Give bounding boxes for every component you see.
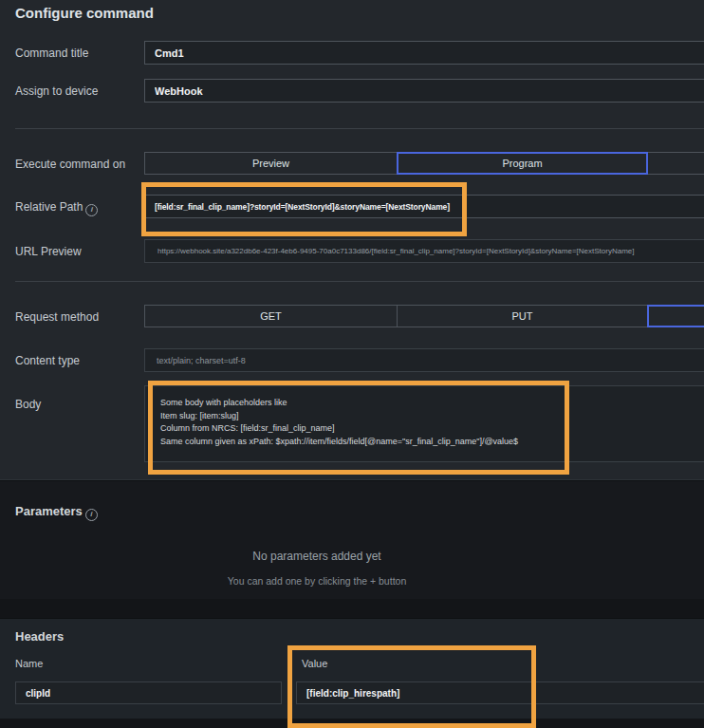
header-name-column-label: Name xyxy=(15,658,43,669)
configure-command-panel: Configure command Command title Assign t… xyxy=(0,0,704,728)
execute-on-label: Execute command on xyxy=(15,158,125,171)
info-icon: i xyxy=(85,509,98,521)
execute-on-option-program[interactable]: Program xyxy=(397,152,648,175)
parameters-empty-hint: You can add one by clicking the + button xyxy=(0,575,634,587)
info-icon: i xyxy=(85,204,98,216)
request-method-option-get[interactable]: GET xyxy=(144,305,398,327)
url-preview-label: URL Preview xyxy=(15,245,82,258)
request-method-label: Request method xyxy=(15,310,99,324)
section-edge xyxy=(0,479,704,480)
assign-device-input[interactable] xyxy=(144,79,704,103)
request-method-segmented-control: GET PUT xyxy=(144,305,704,327)
headers-title: Headers xyxy=(15,629,64,644)
header-value-column-label: Value xyxy=(302,658,327,669)
body-textarea[interactable]: Some body with placeholders like Item sl… xyxy=(144,385,704,462)
page-title: Configure command xyxy=(15,5,154,21)
body-label: Body xyxy=(15,398,41,411)
parameters-section: Parametersi No parameters added yet You … xyxy=(0,480,704,600)
divider xyxy=(15,128,704,129)
assign-device-label: Assign to device xyxy=(15,84,98,98)
content-type-label: Content type xyxy=(15,354,80,367)
header-value-input[interactable] xyxy=(296,681,704,704)
request-method-option-3[interactable] xyxy=(647,305,704,327)
relative-path-label: Relative Pathi xyxy=(15,200,98,216)
command-title-input[interactable] xyxy=(144,41,704,65)
relative-path-input[interactable] xyxy=(144,195,704,218)
command-title-label: Command title xyxy=(15,47,88,60)
execute-on-option-preview[interactable]: Preview xyxy=(144,152,398,175)
request-method-option-put[interactable]: PUT xyxy=(397,305,648,327)
content-type-input[interactable] xyxy=(144,348,704,372)
bottom-strip xyxy=(0,719,704,728)
parameters-empty-message: No parameters added yet xyxy=(0,550,634,563)
parameters-title: Parametersi xyxy=(15,504,98,521)
headers-section: Headers Name Value xyxy=(0,618,704,719)
divider xyxy=(15,281,704,282)
section-gap xyxy=(0,599,704,618)
execute-on-option-3[interactable] xyxy=(647,152,704,175)
execute-on-segmented-control: Preview Program xyxy=(144,152,704,175)
header-name-input[interactable] xyxy=(15,681,282,704)
url-preview-input xyxy=(144,239,704,263)
